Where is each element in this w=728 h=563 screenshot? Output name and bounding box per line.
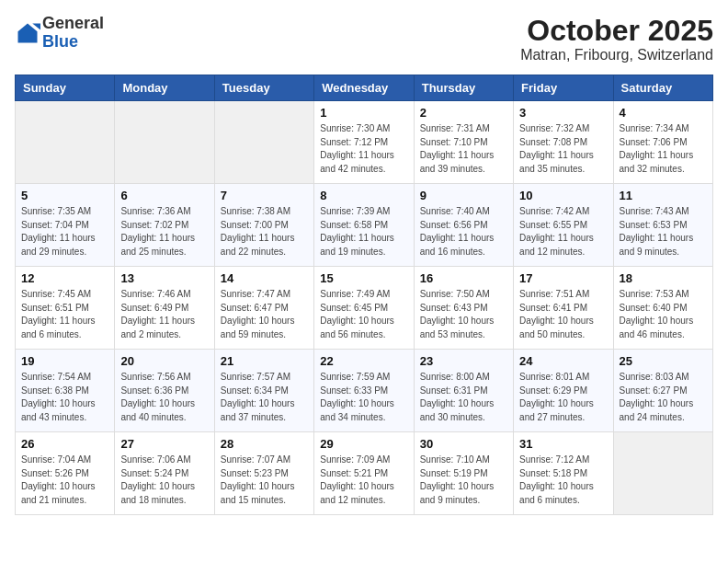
weekday-header: Friday	[514, 75, 613, 101]
day-number: 22	[320, 354, 407, 368]
weekday-header: Tuesday	[214, 75, 313, 101]
day-info: Sunrise: 7:35 AM Sunset: 7:04 PM Dayligh…	[21, 205, 108, 259]
calendar-day-cell: 4Sunrise: 7:34 AM Sunset: 7:06 PM Daylig…	[613, 101, 712, 184]
day-info: Sunrise: 7:31 AM Sunset: 7:10 PM Dayligh…	[420, 122, 507, 176]
day-number: 10	[519, 189, 607, 202]
weekday-header: Monday	[115, 75, 214, 101]
calendar-week-row: 1Sunrise: 7:30 AM Sunset: 7:12 PM Daylig…	[16, 101, 713, 184]
day-number: 16	[420, 271, 507, 285]
calendar-day-cell: 12Sunrise: 7:45 AM Sunset: 6:51 PM Dayli…	[16, 267, 115, 350]
calendar-day-cell: 23Sunrise: 8:00 AM Sunset: 6:31 PM Dayli…	[414, 350, 513, 432]
page-header: General Blue October 2025 Matran, Fribou…	[15, 15, 713, 63]
day-number: 4	[620, 106, 707, 120]
calendar-day-cell: 16Sunrise: 7:50 AM Sunset: 6:43 PM Dayli…	[414, 267, 513, 350]
day-info: Sunrise: 7:42 AM Sunset: 6:55 PM Dayligh…	[519, 205, 607, 259]
calendar-table: SundayMondayTuesdayWednesdayThursdayFrid…	[15, 75, 713, 515]
day-number: 8	[320, 189, 407, 202]
day-number: 25	[620, 354, 707, 368]
day-number: 15	[320, 271, 407, 285]
calendar-day-cell: 1Sunrise: 7:30 AM Sunset: 7:12 PM Daylig…	[314, 101, 414, 184]
day-number: 24	[519, 354, 607, 368]
calendar-day-cell: 7Sunrise: 7:38 AM Sunset: 7:00 PM Daylig…	[214, 184, 313, 267]
day-info: Sunrise: 7:06 AM Sunset: 5:24 PM Dayligh…	[120, 454, 208, 507]
calendar-week-row: 5Sunrise: 7:35 AM Sunset: 7:04 PM Daylig…	[16, 184, 713, 267]
day-number: 5	[21, 189, 108, 202]
day-info: Sunrise: 7:34 AM Sunset: 7:06 PM Dayligh…	[620, 122, 707, 176]
day-info: Sunrise: 7:39 AM Sunset: 6:58 PM Dayligh…	[320, 205, 407, 259]
day-number: 31	[519, 437, 607, 451]
day-number: 3	[519, 106, 607, 120]
day-info: Sunrise: 8:00 AM Sunset: 6:31 PM Dayligh…	[420, 371, 507, 424]
day-info: Sunrise: 8:03 AM Sunset: 6:27 PM Dayligh…	[620, 371, 707, 424]
day-number: 6	[120, 189, 208, 202]
day-info: Sunrise: 7:10 AM Sunset: 5:19 PM Dayligh…	[420, 454, 507, 507]
calendar-day-cell: 24Sunrise: 8:01 AM Sunset: 6:29 PM Dayli…	[514, 350, 613, 432]
day-info: Sunrise: 7:59 AM Sunset: 6:33 PM Dayligh…	[320, 371, 407, 424]
day-number: 26	[21, 437, 108, 451]
day-info: Sunrise: 7:32 AM Sunset: 7:08 PM Dayligh…	[519, 122, 607, 176]
location-subtitle: Matran, Fribourg, Switzerland	[520, 47, 713, 63]
day-info: Sunrise: 7:49 AM Sunset: 6:45 PM Dayligh…	[320, 288, 407, 341]
day-number: 21	[221, 354, 308, 368]
calendar-week-row: 12Sunrise: 7:45 AM Sunset: 6:51 PM Dayli…	[16, 267, 713, 350]
day-info: Sunrise: 7:50 AM Sunset: 6:43 PM Dayligh…	[420, 288, 507, 341]
logo-blue: Blue	[42, 33, 104, 52]
calendar-day-cell: 19Sunrise: 7:54 AM Sunset: 6:38 PM Dayli…	[16, 350, 115, 432]
logo: General Blue	[15, 15, 104, 52]
calendar-day-cell: 30Sunrise: 7:10 AM Sunset: 5:19 PM Dayli…	[414, 432, 513, 515]
day-info: Sunrise: 7:07 AM Sunset: 5:23 PM Dayligh…	[221, 454, 308, 507]
day-number: 12	[21, 271, 108, 285]
day-info: Sunrise: 7:12 AM Sunset: 5:18 PM Dayligh…	[519, 454, 607, 507]
calendar-day-cell: 6Sunrise: 7:36 AM Sunset: 7:02 PM Daylig…	[115, 184, 214, 267]
calendar-day-cell: 5Sunrise: 7:35 AM Sunset: 7:04 PM Daylig…	[16, 184, 115, 267]
calendar-day-cell: 31Sunrise: 7:12 AM Sunset: 5:18 PM Dayli…	[514, 432, 613, 515]
calendar-day-cell: 29Sunrise: 7:09 AM Sunset: 5:21 PM Dayli…	[314, 432, 414, 515]
logo-icon	[15, 20, 40, 46]
calendar-day-cell: 21Sunrise: 7:57 AM Sunset: 6:34 PM Dayli…	[214, 350, 313, 432]
calendar-day-cell: 2Sunrise: 7:31 AM Sunset: 7:10 PM Daylig…	[414, 101, 513, 184]
calendar-day-cell: 11Sunrise: 7:43 AM Sunset: 6:53 PM Dayli…	[613, 184, 712, 267]
logo-general: General	[42, 15, 104, 33]
day-number: 19	[21, 354, 108, 368]
day-number: 30	[420, 437, 507, 451]
day-info: Sunrise: 7:30 AM Sunset: 7:12 PM Dayligh…	[320, 122, 407, 176]
weekday-header: Sunday	[16, 75, 115, 101]
calendar-day-cell: 27Sunrise: 7:06 AM Sunset: 5:24 PM Dayli…	[115, 432, 214, 515]
calendar-day-cell	[613, 432, 712, 515]
calendar-week-row: 26Sunrise: 7:04 AM Sunset: 5:26 PM Dayli…	[16, 432, 713, 515]
calendar-day-cell: 8Sunrise: 7:39 AM Sunset: 6:58 PM Daylig…	[314, 184, 414, 267]
calendar-day-cell: 3Sunrise: 7:32 AM Sunset: 7:08 PM Daylig…	[514, 101, 613, 184]
calendar-day-cell: 28Sunrise: 7:07 AM Sunset: 5:23 PM Dayli…	[214, 432, 313, 515]
day-info: Sunrise: 7:51 AM Sunset: 6:41 PM Dayligh…	[519, 288, 607, 341]
day-info: Sunrise: 8:01 AM Sunset: 6:29 PM Dayligh…	[519, 371, 607, 424]
day-number: 18	[620, 271, 707, 285]
calendar-day-cell: 10Sunrise: 7:42 AM Sunset: 6:55 PM Dayli…	[514, 184, 613, 267]
calendar-day-cell: 15Sunrise: 7:49 AM Sunset: 6:45 PM Dayli…	[314, 267, 414, 350]
month-title: October 2025	[520, 15, 713, 47]
title-block: October 2025 Matran, Fribourg, Switzerla…	[520, 15, 713, 63]
day-number: 14	[221, 271, 308, 285]
weekday-header: Saturday	[613, 75, 712, 101]
day-number: 1	[320, 106, 407, 120]
day-info: Sunrise: 7:47 AM Sunset: 6:47 PM Dayligh…	[221, 288, 308, 341]
day-number: 23	[420, 354, 507, 368]
calendar-day-cell: 18Sunrise: 7:53 AM Sunset: 6:40 PM Dayli…	[613, 267, 712, 350]
day-info: Sunrise: 7:56 AM Sunset: 6:36 PM Dayligh…	[120, 371, 208, 424]
weekday-header: Thursday	[414, 75, 513, 101]
calendar-day-cell	[214, 101, 313, 184]
weekday-header: Wednesday	[314, 75, 414, 101]
day-info: Sunrise: 7:04 AM Sunset: 5:26 PM Dayligh…	[21, 454, 108, 507]
calendar-day-cell	[115, 101, 214, 184]
day-number: 7	[221, 189, 308, 202]
day-number: 28	[221, 437, 308, 451]
day-number: 13	[120, 271, 208, 285]
calendar-day-cell: 26Sunrise: 7:04 AM Sunset: 5:26 PM Dayli…	[16, 432, 115, 515]
day-number: 20	[120, 354, 208, 368]
day-info: Sunrise: 7:54 AM Sunset: 6:38 PM Dayligh…	[21, 371, 108, 424]
day-info: Sunrise: 7:46 AM Sunset: 6:49 PM Dayligh…	[120, 288, 208, 341]
day-number: 17	[519, 271, 607, 285]
day-number: 9	[420, 189, 507, 202]
day-info: Sunrise: 7:43 AM Sunset: 6:53 PM Dayligh…	[620, 205, 707, 259]
calendar-day-cell	[16, 101, 115, 184]
calendar-week-row: 19Sunrise: 7:54 AM Sunset: 6:38 PM Dayli…	[16, 350, 713, 432]
